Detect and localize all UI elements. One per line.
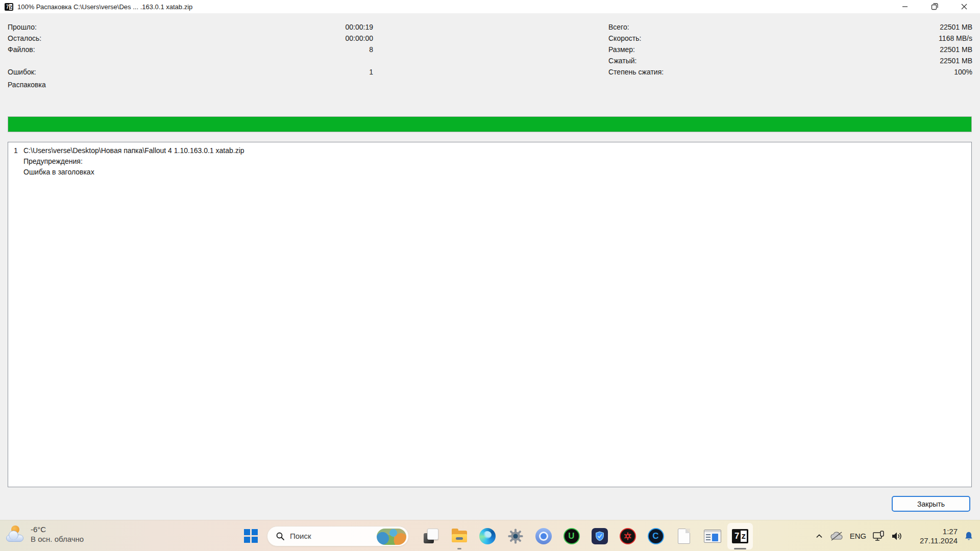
error-list[interactable]: 1 C:\Users\verse\Desktop\Новая папка\Fal… — [8, 142, 972, 487]
tray-overflow-button[interactable] — [812, 526, 827, 546]
stats-right-column: Всего: 22501 MB Скорость: 1168 MB/s Разм… — [608, 21, 972, 78]
taskbar-item-sevenzip-active[interactable]: 7 z — [726, 520, 754, 551]
stat-value: 00:00:19 — [346, 21, 374, 33]
onedrive-offline-icon — [829, 531, 844, 542]
restore-button[interactable] — [920, 0, 949, 13]
stat-row-compressed: Сжатый: 22501 MB — [608, 55, 972, 66]
search-highlight-image[interactable] — [377, 529, 406, 545]
system-tray: ENG 1:27 27.11.2024 — [812, 520, 976, 551]
stat-label: Размер: — [608, 44, 635, 55]
weather-widget[interactable]: -6°C В осн. облачно — [5, 524, 84, 544]
warning-text: Ошибка в заголовках — [23, 167, 971, 178]
taskbar: -6°C В осн. облачно Поиск — [0, 520, 980, 551]
list-item[interactable]: Предупреждения: — [8, 156, 971, 167]
onedrive-tray-button[interactable] — [827, 526, 846, 546]
taskbar-item-chromium[interactable] — [529, 520, 557, 551]
file-explorer-icon — [451, 528, 468, 544]
sevenzip-app-icon: 7 z — [5, 3, 13, 11]
taskbar-item-ccleaner[interactable]: C — [642, 520, 670, 551]
taskbar-item-file-explorer[interactable] — [445, 520, 473, 551]
clock-time: 1:27 — [911, 527, 958, 536]
stat-row-size: Размер: 22501 MB — [608, 44, 972, 55]
stat-value: 00:00:00 — [346, 33, 374, 44]
taskbar-item-iobit-uninstaller[interactable]: U — [557, 520, 585, 551]
taskbar-item-notepad[interactable] — [670, 520, 698, 551]
speaker-icon — [890, 530, 903, 542]
sevenzip-icon-7: 7 — [6, 4, 9, 10]
stat-value: 22501 MB — [940, 44, 972, 55]
running-indicator-active — [734, 548, 746, 549]
stat-label: Прошло: — [8, 21, 37, 33]
stat-label: Степень сжатия: — [608, 66, 664, 78]
stat-label: Ошибок: — [8, 66, 36, 78]
stat-value: 22501 MB — [940, 55, 972, 66]
stat-value: 22501 MB — [940, 21, 972, 33]
driver-booster-icon — [620, 528, 636, 544]
clock[interactable]: 1:27 27.11.2024 — [911, 527, 958, 545]
settings-gear-icon — [507, 528, 524, 544]
taskbar-item-edge[interactable] — [473, 520, 501, 551]
list-item[interactable]: 1 C:\Users\verse\Desktop\Новая папка\Fal… — [8, 145, 971, 156]
minimize-button[interactable] — [890, 0, 920, 13]
taskbar-item-editor-app[interactable] — [698, 520, 726, 551]
search-placeholder: Поиск — [290, 532, 311, 540]
close-window-button[interactable] — [949, 0, 979, 13]
title-bar: 7 z 100% Распаковка C:\Users\verse\Des .… — [0, 0, 980, 13]
volume-tray-button[interactable] — [888, 526, 905, 546]
weather-condition: В осн. облачно — [31, 534, 84, 544]
iobit-uninstaller-icon: U — [564, 528, 580, 544]
active-app-plate: 7 z — [727, 523, 753, 549]
windows-logo-icon — [244, 529, 250, 535]
stat-row-remaining: Осталось: 00:00:00 — [8, 33, 373, 44]
error-index: 1 — [8, 145, 23, 156]
error-file-path: C:\Users\verse\Desktop\Новая папка\Fallo… — [23, 145, 971, 156]
stats-left-column: Прошло: 00:00:19 Осталось: 00:00:00 Файл… — [8, 21, 373, 78]
start-button[interactable] — [244, 529, 258, 543]
minimize-icon — [899, 1, 911, 13]
restore-icon — [928, 1, 941, 13]
notification-bell-icon — [963, 530, 974, 542]
app-window-icon — [704, 530, 721, 543]
stat-row-speed: Скорость: 1168 MB/s — [608, 33, 972, 44]
clock-date: 27.11.2024 — [911, 536, 958, 545]
stat-row-errors: Ошибок: 1 — [8, 66, 373, 78]
ccleaner-icon: C — [648, 528, 664, 544]
shield-app-icon — [592, 528, 608, 544]
window-controls — [890, 0, 979, 13]
stat-value: 100% — [954, 66, 972, 78]
progress-bar — [8, 116, 972, 132]
warning-label: Предупреждения: — [23, 156, 971, 167]
list-item[interactable]: Ошибка в заголовках — [8, 167, 971, 178]
weather-temperature: -6°C — [31, 524, 84, 534]
cast-device-tray-button[interactable] — [870, 526, 888, 546]
chevron-up-icon — [814, 531, 825, 542]
stat-label: Файлов: — [8, 44, 35, 55]
window-title: 100% Распаковка C:\Users\verse\Des ... .… — [17, 3, 192, 11]
progress-bar-fill — [8, 117, 971, 132]
stat-value: 1168 MB/s — [939, 33, 972, 44]
sevenzip-progress-window: 7 z 100% Распаковка C:\Users\verse\Des .… — [0, 0, 980, 520]
close-icon — [958, 1, 970, 13]
stat-value: 1 — [369, 66, 373, 78]
task-view-icon — [423, 528, 439, 544]
close-dialog-button[interactable]: Закрыть — [892, 496, 970, 512]
stat-label: Сжатый: — [608, 55, 636, 66]
stat-value: 8 — [369, 44, 373, 55]
stat-row-spacer — [8, 55, 373, 66]
display-device-icon — [872, 530, 886, 542]
taskbar-item-shield-app[interactable] — [585, 520, 614, 551]
search-icon — [276, 532, 285, 541]
sevenzip-taskbar-icon: 7 z — [732, 529, 748, 543]
language-indicator[interactable]: ENG — [846, 526, 870, 546]
chromium-browser-icon — [535, 528, 552, 544]
notification-center-button[interactable] — [962, 526, 976, 546]
stat-row-total: Всего: 22501 MB — [608, 21, 972, 33]
taskbar-item-task-view[interactable] — [417, 520, 445, 551]
search-box[interactable]: Поиск — [267, 526, 409, 546]
taskbar-item-driver-booster[interactable] — [614, 520, 642, 551]
operation-status: Распаковка — [8, 79, 46, 90]
running-indicator — [457, 548, 461, 549]
stat-label: Всего: — [608, 21, 629, 33]
stat-label: Скорость: — [608, 33, 641, 44]
taskbar-item-settings[interactable] — [501, 520, 529, 551]
